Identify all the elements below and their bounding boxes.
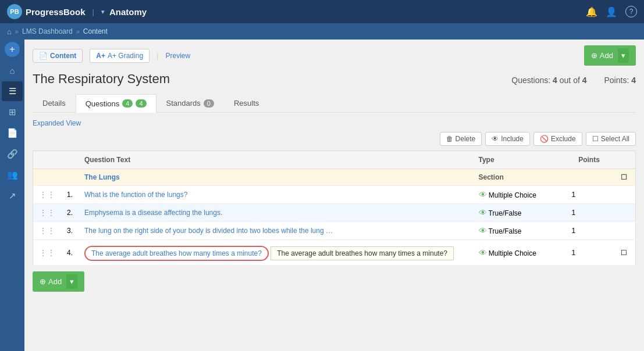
layout: + ⌂ ☰ ⊞ 📄 🔗 👥 ↗ 📄 Content A+ A+ Grading … — [0, 40, 644, 351]
select-all-button[interactable]: ☐ Select All — [586, 132, 636, 146]
row2-num: 2. — [61, 204, 79, 222]
user-icon[interactable]: 👤 — [606, 6, 617, 17]
section-checkbox[interactable]: ☐ — [613, 169, 636, 186]
row4-text: The average adult breathes how many time… — [79, 240, 472, 266]
logo-icon: PB — [7, 4, 22, 19]
add-main-label: Add — [600, 51, 613, 60]
drag-handle-2[interactable]: ⋮⋮ — [39, 208, 55, 217]
points-meta: Points: 4 — [604, 76, 636, 85]
questions-table: Question Text Type Points The Lungs Sect… — [33, 151, 636, 266]
sidebar-item-home[interactable]: ⌂ — [2, 60, 23, 80]
add-main-icon: ⊕ — [591, 51, 597, 60]
drag-handle-1[interactable]: ⋮⋮ — [39, 190, 55, 199]
add-main-button[interactable]: ⊕ Add ▾ — [584, 45, 636, 66]
delete-button[interactable]: 🗑 Delete — [440, 132, 482, 146]
course-dropdown-arrow[interactable]: ▾ — [101, 8, 105, 16]
include-eye-icon: 👁 — [492, 135, 499, 143]
breadcrumb: ⌂ » LMS Dashboard » Content — [0, 23, 644, 40]
content-label: Content — [50, 52, 76, 60]
page-meta: Questions: 4 out of 4 Points: 4 — [511, 76, 636, 85]
tab-results[interactable]: Results — [224, 94, 269, 112]
action-row: 🗑 Delete 👁 Include 🚫 Exclude ☐ Select Al… — [33, 132, 636, 146]
col-question-text: Question Text — [79, 151, 472, 169]
content-tab-button[interactable]: 📄 Content — [33, 49, 83, 63]
include-label: Include — [501, 135, 524, 143]
bottom-add-container: ⊕ Add ▾ — [33, 271, 636, 292]
row2-points: 1 — [566, 204, 613, 222]
include-button[interactable]: 👁 Include — [485, 132, 530, 146]
sidebar-item-link[interactable]: 🔗 — [2, 144, 23, 164]
question-link-2[interactable]: Emphysema is a disease affecting the lun… — [84, 209, 222, 217]
sidebar-item-users[interactable]: 👥 — [2, 165, 23, 185]
section-drag — [33, 169, 62, 186]
page-header: The Respiratory System Questions: 4 out … — [33, 71, 636, 87]
row4-points: 1 — [566, 240, 613, 266]
course-name: Anatomy — [109, 7, 147, 17]
bottom-add-dropdown[interactable]: ▾ — [66, 274, 77, 289]
row1-drag: ⋮⋮ — [33, 186, 62, 204]
drag-handle-3[interactable]: ⋮⋮ — [39, 226, 55, 235]
logo: PB ProgressBook — [7, 4, 86, 19]
visible-icon-4: 👁 — [479, 248, 487, 257]
breadcrumb-content: Content — [83, 27, 108, 35]
section-name: The Lungs — [79, 169, 472, 186]
section-label: Section — [473, 169, 566, 186]
tab-details-label: Details — [42, 99, 66, 108]
question-link-3[interactable]: The lung on the right side of your body … — [84, 227, 333, 235]
bottom-add-label: Add — [48, 277, 62, 286]
app-name: ProgressBook — [26, 7, 86, 17]
nav-divider: | — [92, 8, 94, 16]
row1-points: 1 — [566, 186, 613, 204]
top-navigation: PB ProgressBook | ▾ Anatomy 🔔 👤 ? — [0, 0, 644, 23]
main-content: 📄 Content A+ A+ Grading | Preview ⊕ Add … — [24, 40, 644, 351]
question-link-4[interactable]: The average adult breathes how many time… — [84, 246, 269, 261]
grading-label: A+ Grading — [108, 52, 143, 60]
tab-standards-badge: 0 — [204, 99, 214, 108]
tab-details[interactable]: Details — [33, 94, 76, 112]
sidebar-item-menu[interactable]: ☰ — [2, 81, 23, 101]
row1-type: 👁 Multiple Choice — [473, 186, 566, 204]
exclude-label: Exclude — [551, 135, 576, 143]
col-type: Type — [473, 151, 566, 169]
toolbar-divider: | — [156, 51, 158, 60]
bell-icon[interactable]: 🔔 — [586, 6, 597, 17]
select-all-label: Select All — [601, 135, 629, 143]
bottom-add-button[interactable]: ⊕ Add ▾ — [33, 271, 84, 292]
tab-standards[interactable]: Standards 0 — [156, 94, 224, 112]
row3-text: The lung on the right side of your body … — [79, 222, 472, 240]
drag-handle-4[interactable]: ⋮⋮ — [39, 248, 55, 257]
expanded-view-link[interactable]: Expanded View — [33, 119, 81, 127]
visible-icon-3: 👁 — [479, 226, 487, 235]
row2-text: Emphysema is a disease affecting the lun… — [79, 204, 472, 222]
row1-checkbox — [613, 186, 636, 204]
tab-questions[interactable]: Questions 4 4 — [76, 94, 156, 113]
question-link-1[interactable]: What is the function of the lungs? — [84, 191, 187, 199]
section-empty — [61, 169, 79, 186]
sidebar-item-grid[interactable]: ⊞ — [2, 102, 23, 122]
help-icon[interactable]: ? — [625, 6, 637, 17]
bottom-add-icon: ⊕ — [40, 277, 46, 286]
delete-label: Delete — [456, 135, 476, 143]
page-title: The Respiratory System — [33, 71, 170, 87]
content-toolbar: 📄 Content A+ A+ Grading | Preview ⊕ Add … — [33, 45, 636, 66]
home-breadcrumb-icon[interactable]: ⌂ — [7, 27, 12, 36]
table-header-row: Question Text Type Points — [33, 151, 636, 169]
sidebar-item-documents[interactable]: 📄 — [2, 123, 23, 143]
exclude-button[interactable]: 🚫 Exclude — [533, 132, 582, 146]
row1-num: 1. — [61, 186, 79, 204]
row2-checkbox — [613, 204, 636, 222]
tab-questions-badge1: 4 — [122, 99, 133, 108]
sidebar-add-button[interactable]: + — [5, 42, 20, 57]
top-nav-right: 🔔 👤 ? — [586, 6, 637, 17]
grading-tab-button[interactable]: A+ A+ Grading — [90, 49, 150, 63]
tooltip: The average adult breathes how many time… — [271, 246, 454, 260]
row4-checkbox[interactable]: ☐ — [613, 240, 636, 266]
col-drag — [33, 151, 62, 169]
breadcrumb-lms-dashboard[interactable]: LMS Dashboard — [22, 27, 73, 35]
sidebar: + ⌂ ☰ ⊞ 📄 🔗 👥 ↗ — [0, 40, 24, 351]
sidebar-item-export[interactable]: ↗ — [2, 186, 23, 206]
row4-num: 4. — [61, 240, 79, 266]
preview-link[interactable]: Preview — [165, 52, 190, 60]
add-button-container: ⊕ Add ▾ — [584, 45, 636, 66]
add-dropdown-arrow[interactable]: ▾ — [618, 48, 629, 63]
